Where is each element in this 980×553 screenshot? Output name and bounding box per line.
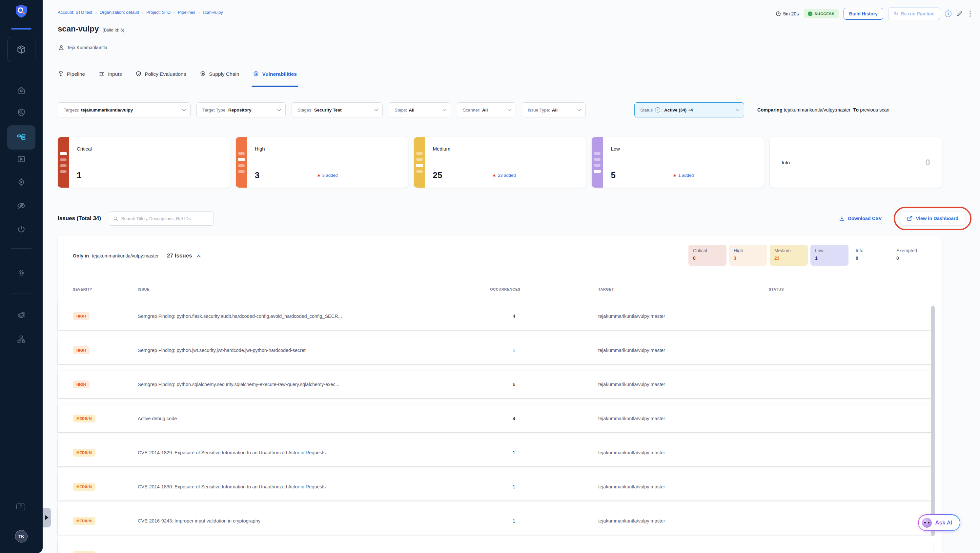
info-icon[interactable]: [945, 11, 951, 17]
cube-icon: [16, 44, 26, 54]
search-input[interactable]: [121, 216, 210, 221]
card-low[interactable]: Low 5 1 added: [592, 137, 764, 188]
clock-icon: [776, 11, 781, 16]
filter-stages[interactable]: Stages:Security Test: [291, 102, 383, 118]
sidebar-item-scans[interactable]: [17, 108, 26, 117]
sto-logo-icon[interactable]: [14, 4, 28, 19]
tab-pipeline[interactable]: Pipeline: [58, 71, 85, 77]
table-row[interactable]: HIGH Semgrep Finding: python.jwt.securit…: [58, 337, 934, 364]
filter-target-type[interactable]: Target Type:Repository: [196, 102, 286, 118]
chip-medium[interactable]: Medium23: [770, 245, 808, 266]
table-row[interactable]: HIGH Semgrep Finding: python.sqlalchemy.…: [58, 371, 934, 398]
breadcrumb-pipeline-name[interactable]: scan-vulpy: [203, 10, 223, 15]
edit-pencil-icon[interactable]: [956, 11, 963, 17]
user-icon: [58, 44, 64, 51]
table-row[interactable]: MEDIUM Active debug code 4 tejakummariku…: [58, 405, 934, 432]
table-scrollbar[interactable]: [931, 306, 935, 536]
user-avatar[interactable]: TK: [15, 530, 27, 542]
sidebar-item-settings[interactable]: [17, 268, 26, 278]
table-row[interactable]: MEDIUM CVE-2014-1830: Exposure of Sensit…: [58, 473, 934, 501]
tab-bar-border: [43, 89, 980, 89]
sidebar-item-exemptions[interactable]: [17, 201, 26, 210]
rerun-pipeline-button[interactable]: Re-run Pipeline: [888, 7, 940, 20]
chevron-down-icon: [374, 107, 378, 111]
severity-badge: MEDIUM: [73, 517, 95, 525]
shield-nodes-icon: [200, 71, 206, 77]
sidebar-item-default-settings[interactable]: [17, 311, 26, 320]
table-rows: HIGH Semgrep Finding: python.flask.secur…: [58, 302, 934, 553]
filter-steps[interactable]: Steps:All: [389, 102, 451, 118]
table-row[interactable]: MEDIUM CVE-2016-9243: Improper input val…: [58, 507, 934, 535]
tab-supply-chain[interactable]: Supply Chain: [200, 71, 239, 77]
author-name: Teja Kummarikuntla: [67, 45, 107, 50]
high-band: [236, 137, 247, 188]
table-row[interactable]: MEDIUM CVE-2014-1829: Exposure of Sensit…: [58, 439, 934, 466]
download-csv-button[interactable]: Download CSV: [839, 216, 881, 221]
inputs-icon: [99, 71, 105, 77]
chevron-up-icon[interactable]: [196, 255, 201, 259]
more-options-icon[interactable]: [967, 10, 973, 17]
chevron-down-icon: [577, 107, 581, 111]
build-history-button[interactable]: Build History: [843, 8, 883, 20]
sidebar-item-targets[interactable]: [17, 178, 26, 187]
view-in-dashboard-button[interactable]: View in Dashboard: [900, 212, 965, 225]
ask-ai-button[interactable]: Ask AI: [918, 514, 960, 531]
help-chat-icon[interactable]: [16, 503, 25, 510]
tab-bar: Pipeline Inputs Policy Evaluations Suppl…: [58, 71, 297, 77]
sidebar-item-organization[interactable]: [17, 335, 26, 344]
sidebar-divider: [11, 248, 32, 249]
chip-exempted[interactable]: Exempted0: [892, 245, 922, 266]
breadcrumb-org[interactable]: Organization: default: [100, 10, 139, 15]
logo-underline: [11, 28, 32, 30]
severity-badge: HIGH: [73, 312, 89, 320]
tab-policy-evaluations[interactable]: Policy Evaluations: [135, 71, 186, 77]
issues-group-header[interactable]: Only in tejakummarikuntla/vulpy:master 2…: [73, 253, 200, 259]
added-count: 23 added: [493, 173, 515, 178]
issues-table-card: Only in tejakummarikuntla/vulpy:master 2…: [58, 235, 942, 553]
filter-status[interactable]: Status : Active (34) +4: [634, 102, 744, 118]
breadcrumb-project[interactable]: Project: STO: [146, 10, 170, 15]
sidebar-expand-handle[interactable]: [43, 508, 51, 528]
module-selector-button[interactable]: [7, 37, 35, 62]
severity-badge: HIGH: [73, 346, 89, 354]
chip-low[interactable]: Low1: [810, 245, 848, 266]
tab-vulnerabilities[interactable]: Vulnerabilities: [253, 71, 296, 77]
sidebar-item-get-started[interactable]: [17, 225, 26, 234]
refresh-icon: [894, 11, 898, 17]
sidebar-item-pipelines[interactable]: [7, 125, 35, 149]
severity-badge: HIGH: [73, 380, 89, 388]
tab-inputs[interactable]: Inputs: [99, 71, 122, 77]
issues-search[interactable]: [109, 211, 214, 226]
card-info[interactable]: Info 0: [770, 137, 942, 188]
download-icon: [839, 216, 845, 221]
chip-high[interactable]: High3: [729, 245, 767, 266]
card-high[interactable]: High 3 3 added: [236, 137, 408, 188]
table-row[interactable]: HIGH Semgrep Finding: python.flask.secur…: [58, 302, 934, 330]
filter-scanner[interactable]: Scanner:All: [457, 102, 516, 118]
breadcrumb-separator: ›: [198, 10, 199, 15]
card-critical[interactable]: Critical 1: [58, 137, 230, 188]
triangle-up-icon: [493, 174, 496, 176]
filter-issue-type[interactable]: Issue Type:All: [522, 102, 586, 118]
triangle-up-icon: [673, 174, 676, 176]
card-medium[interactable]: Medium 25 23 added: [414, 137, 586, 188]
view-in-dashboard-wrap: View in Dashboard: [894, 207, 972, 230]
issues-title: Issues (Total 34): [58, 215, 101, 222]
medium-band: [414, 137, 425, 188]
chevron-down-icon: [182, 107, 186, 111]
breadcrumb-separator: ›: [173, 10, 175, 15]
sidebar-item-executions[interactable]: [17, 154, 26, 164]
page-title-row: scan-vulpy (Build Id: 6): [58, 24, 124, 33]
chip-info[interactable]: Info0: [851, 245, 889, 266]
sidebar-item-home[interactable]: [17, 86, 26, 95]
external-link-icon: [907, 216, 913, 221]
breadcrumb-pipelines[interactable]: Pipelines: [178, 10, 195, 15]
chevron-down-icon: [277, 107, 281, 111]
added-count: 3 added: [317, 173, 338, 178]
breadcrumb-account[interactable]: Account: STO test: [58, 10, 92, 15]
chip-critical[interactable]: Critical0: [689, 245, 727, 266]
filters-row: Targets:tejakummarikuntla/vulpy Target T…: [58, 102, 889, 118]
table-row[interactable]: MEDIUM: [58, 541, 934, 553]
severity-badge: MEDIUM: [73, 483, 95, 491]
filter-targets[interactable]: Targets:tejakummarikuntla/vulpy: [58, 102, 191, 118]
